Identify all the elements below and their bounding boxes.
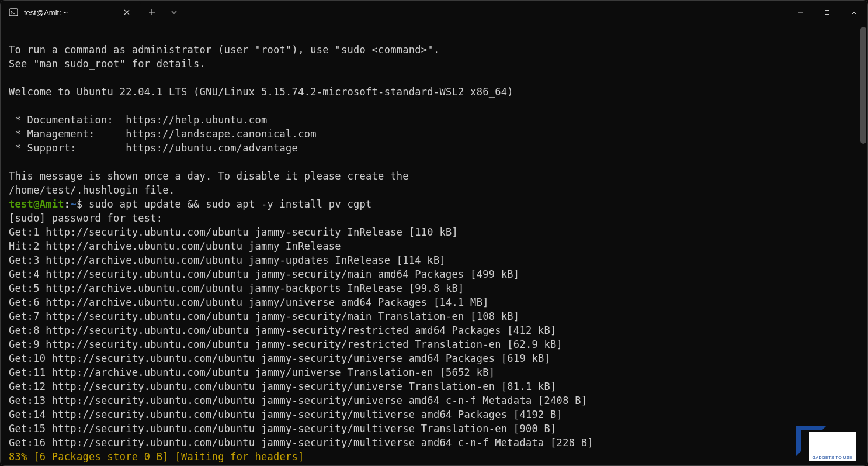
scrollbar-thumb[interactable]	[860, 27, 866, 144]
apt-line: Get:6 http://archive.ubuntu.com/ubuntu j…	[9, 296, 489, 308]
titlebar: test@Amit: ~	[1, 1, 867, 24]
apt-line: Get:1 http://security.ubuntu.com/ubuntu …	[9, 226, 458, 238]
apt-line: Get:4 http://security.ubuntu.com/ubuntu …	[9, 268, 519, 280]
apt-line: Get:14 http://security.ubuntu.com/ubuntu…	[9, 409, 563, 420]
maximize-button[interactable]	[814, 1, 841, 24]
terminal-icon	[9, 8, 18, 17]
minimize-button[interactable]	[787, 1, 814, 24]
svg-rect-1	[825, 11, 829, 15]
motd-doc: * Documentation: https://help.ubuntu.com	[9, 114, 267, 126]
svg-rect-0	[9, 9, 18, 16]
watermark-logo: GADGETS TO USE	[809, 432, 856, 461]
apt-line: Hit:2 http://archive.ubuntu.com/ubuntu j…	[9, 240, 341, 252]
window-controls	[787, 1, 867, 24]
motd-hushlogin: /home/test/.hushlogin file.	[9, 184, 175, 196]
tab-terminal[interactable]: test@Amit: ~	[1, 1, 141, 24]
motd-daily: This message is shown once a day. To dis…	[9, 170, 409, 182]
apt-line: Get:16 http://security.ubuntu.com/ubuntu…	[9, 437, 593, 448]
apt-line: Get:13 http://security.ubuntu.com/ubuntu…	[9, 395, 587, 406]
apt-line: Get:7 http://security.ubuntu.com/ubuntu …	[9, 310, 519, 322]
motd-welcome: Welcome to Ubuntu 22.04.1 LTS (GNU/Linux…	[9, 86, 513, 98]
titlebar-drag-area[interactable]	[185, 1, 787, 24]
apt-line: Get:8 http://security.ubuntu.com/ubuntu …	[9, 325, 557, 336]
apt-line: Get:9 http://security.ubuntu.com/ubuntu …	[9, 339, 563, 350]
motd-line: To run a command as administrator (user …	[9, 44, 439, 56]
tab-title: test@Amit: ~	[24, 8, 114, 17]
apt-line: Get:10 http://security.ubuntu.com/ubuntu…	[9, 353, 550, 364]
terminal-output[interactable]: To run a command as administrator (user …	[1, 24, 867, 465]
apt-line: Get:5 http://archive.ubuntu.com/ubuntu j…	[9, 282, 464, 294]
watermark-text: GADGETS TO USE	[813, 455, 853, 460]
motd-line: See "man sudo_root" for details.	[9, 58, 206, 70]
tab-dropdown-button[interactable]	[163, 1, 185, 24]
close-button[interactable]	[841, 1, 867, 24]
apt-line: Get:12 http://security.ubuntu.com/ubuntu…	[9, 381, 557, 392]
sudo-password-prompt: [sudo] password for test:	[9, 212, 162, 224]
apt-line: Get:3 http://archive.ubuntu.com/ubuntu j…	[9, 254, 446, 266]
prompt-path: ~	[70, 198, 77, 210]
new-tab-button[interactable]	[141, 1, 163, 24]
motd-support: * Support: https://ubuntu.com/advantage	[9, 142, 298, 154]
apt-line: Get:15 http://security.ubuntu.com/ubuntu…	[9, 423, 557, 434]
prompt-user-host: test@Amit	[9, 198, 64, 210]
apt-progress: 83% [6 Packages store 0 B] [Waiting for …	[9, 451, 304, 462]
motd-mgmt: * Management: https://landscape.canonica…	[9, 128, 317, 140]
apt-line: Get:11 http://archive.ubuntu.com/ubuntu …	[9, 367, 495, 378]
tab-close-button[interactable]	[120, 5, 134, 19]
command-text: sudo apt update && sudo apt -y install p…	[89, 198, 372, 210]
